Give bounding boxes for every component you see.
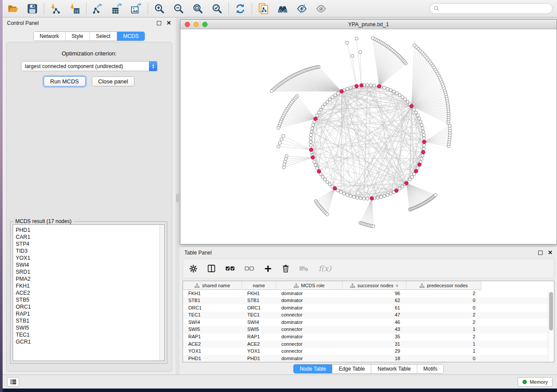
column-header-predecessor-nodes[interactable]: predecessor nodes <box>406 281 481 290</box>
mcds-result-list[interactable]: PHD1CAR1STP4TID3YOX1SWI4SRD1PMA2FKH1ACE2… <box>13 224 165 361</box>
table-cell[interactable]: FKH1 <box>183 290 242 297</box>
graphics-details-icon[interactable] <box>296 3 308 15</box>
table-cell[interactable]: STB1 <box>242 297 276 305</box>
mcds-result-item[interactable]: TID3 <box>16 248 164 254</box>
table-cell[interactable] <box>481 348 554 355</box>
table-cell[interactable]: SWI5 <box>242 326 276 334</box>
table-cell[interactable]: SWI4 <box>183 319 242 326</box>
table-cell[interactable] <box>481 334 554 341</box>
mcds-result-item[interactable]: SWI5 <box>16 324 164 331</box>
search-text-field[interactable] <box>442 6 548 12</box>
table-cell[interactable]: PHD1 <box>183 355 242 362</box>
table-cell[interactable]: TEC1 <box>183 312 242 319</box>
tab-mcds[interactable]: MCDS <box>117 32 145 41</box>
tab-node-table[interactable]: Node Table <box>294 364 332 373</box>
table-cell[interactable]: FKH1 <box>242 290 276 297</box>
table-cell[interactable] <box>481 304 554 312</box>
import-table-icon[interactable] <box>69 3 81 15</box>
table-cell[interactable]: RAP1 <box>242 334 276 341</box>
table-cell[interactable]: 1 <box>406 326 481 334</box>
tab-edge-table[interactable]: Edge Table <box>332 364 371 373</box>
table-cell[interactable]: 35 <box>343 334 406 341</box>
close-panel-icon[interactable]: ✕ <box>166 21 171 25</box>
table-cell[interactable]: SWI5 <box>183 326 242 334</box>
refresh-icon[interactable] <box>234 3 246 15</box>
table-cell[interactable] <box>481 319 554 326</box>
mcds-result-item[interactable]: STB5 <box>16 296 164 303</box>
mcds-result-item[interactable]: SWI4 <box>16 261 164 268</box>
table-cell[interactable]: 2 <box>406 334 481 341</box>
table-row[interactable]: RAP1RAP1dominator352 <box>183 334 554 341</box>
table-cell[interactable]: ORC1 <box>183 304 242 312</box>
zoom-fit-icon[interactable] <box>192 3 204 15</box>
table-cell[interactable]: 62 <box>343 297 406 305</box>
save-icon[interactable] <box>26 3 38 15</box>
table-cell[interactable]: 31 <box>343 340 406 348</box>
zoom-out-icon[interactable] <box>173 3 185 15</box>
mcds-result-item[interactable]: CAR1 <box>16 234 164 241</box>
export-network-icon[interactable] <box>92 3 104 15</box>
memory-button[interactable]: Memory <box>518 377 553 387</box>
table-cell[interactable]: 0 <box>406 304 481 312</box>
table-cell[interactable]: 29 <box>343 348 406 355</box>
column-header-name[interactable]: name <box>242 281 276 290</box>
delete-column-icon[interactable] <box>282 264 290 273</box>
table-row[interactable]: FKH1FKH1dominator962 <box>183 290 554 297</box>
search-network-icon[interactable] <box>277 3 289 15</box>
table-row[interactable]: STB1STB1dominator620 <box>183 297 554 305</box>
mcds-result-item[interactable]: SRD1 <box>16 268 164 275</box>
splitter-grip[interactable] <box>176 194 179 202</box>
mcds-list-scrollbar[interactable] <box>159 225 164 361</box>
table-cell[interactable] <box>481 290 554 297</box>
add-column-icon[interactable] <box>264 265 272 273</box>
mcds-result-item[interactable]: STP4 <box>16 241 164 248</box>
table-cell[interactable]: connector <box>276 312 343 319</box>
table-row[interactable]: TEC1TEC1connector472 <box>183 312 554 319</box>
export-table-icon[interactable] <box>111 3 123 15</box>
run-mcds-button[interactable]: Run MCDS <box>44 76 86 86</box>
table-cell[interactable]: 46 <box>343 319 406 326</box>
table-cell[interactable] <box>481 326 554 334</box>
deselect-all-icon[interactable] <box>245 265 254 272</box>
mcds-result-item[interactable]: FKH1 <box>16 282 164 289</box>
table-cell[interactable]: dominator <box>276 297 343 305</box>
table-cell[interactable]: 61 <box>343 304 406 312</box>
table-cell[interactable]: SWI4 <box>242 319 276 326</box>
table-cell[interactable]: ORC1 <box>242 304 276 312</box>
mcds-result-item[interactable]: GCR1 <box>16 338 164 345</box>
table-cell[interactable]: 43 <box>343 326 406 334</box>
mcds-result-item[interactable]: PHD1 <box>16 227 164 234</box>
column-header-shared-name[interactable]: shared name <box>183 281 242 290</box>
float-panel-icon[interactable] <box>157 21 161 25</box>
table-cell[interactable]: ACE2 <box>183 340 242 348</box>
table-cell[interactable]: YOX1 <box>242 348 276 355</box>
export-image-icon[interactable] <box>130 3 142 15</box>
node-table[interactable]: shared name name MCDS role successor nod… <box>183 281 554 362</box>
tab-motifs[interactable]: Motifs <box>417 364 443 373</box>
table-cell[interactable]: 2 <box>406 290 481 297</box>
table-cell[interactable]: YOX1 <box>183 348 242 355</box>
table-cell[interactable]: dominator <box>276 334 343 341</box>
table-cell[interactable] <box>481 355 554 362</box>
table-row[interactable]: ORC1ORC1dominator610 <box>183 304 554 312</box>
table-cell[interactable]: RAP1 <box>183 334 242 341</box>
table-cell[interactable]: dominator <box>276 319 343 326</box>
task-history-button[interactable] <box>7 377 19 387</box>
table-cell[interactable]: dominator <box>276 290 343 297</box>
table-cell[interactable]: dominator <box>276 355 343 362</box>
table-cell[interactable]: 18 <box>343 355 406 362</box>
tab-select[interactable]: Select <box>90 32 117 41</box>
mcds-result-item[interactable]: STB1 <box>16 317 164 324</box>
table-cell[interactable]: connector <box>276 348 343 355</box>
import-network-icon[interactable] <box>49 3 62 15</box>
network-canvas[interactable] <box>180 29 557 244</box>
table-scrollbar-thumb[interactable] <box>549 292 553 330</box>
show-hide-icon[interactable] <box>315 3 327 15</box>
mcds-result-item[interactable]: YOX1 <box>16 254 164 261</box>
table-cell[interactable]: dominator <box>276 304 343 312</box>
mcds-result-item[interactable]: ORC1 <box>16 303 164 310</box>
table-cell[interactable]: connector <box>276 340 343 348</box>
table-scrollbar[interactable] <box>548 290 554 361</box>
zoom-selected-icon[interactable] <box>211 3 223 15</box>
table-cell[interactable]: connector <box>276 326 343 334</box>
